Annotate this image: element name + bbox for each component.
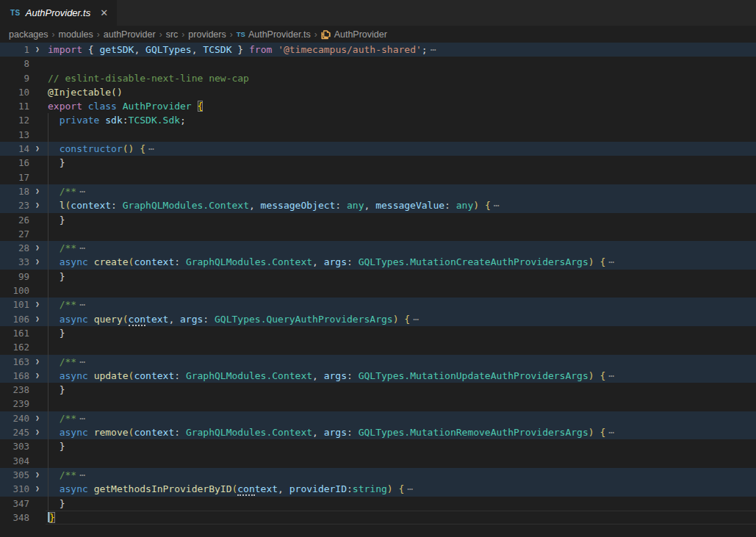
- fold-chevron-icon[interactable]: ❯: [29, 312, 46, 326]
- fold-chevron-icon[interactable]: ❯: [29, 43, 46, 57]
- code-content[interactable]: [46, 454, 756, 468]
- code-content[interactable]: }: [46, 270, 756, 284]
- code-line[interactable]: 13: [0, 128, 756, 142]
- code-content[interactable]: /**⋯: [46, 241, 756, 255]
- folded-code-ellipsis[interactable]: ⋯: [407, 483, 414, 494]
- code-content[interactable]: l(context: GraphQLModules.Context, messa…: [46, 198, 756, 212]
- code-line[interactable]: 17: [0, 170, 756, 184]
- code-content[interactable]: import { getSDK, GQLTypes, TCSDK } from …: [46, 43, 756, 57]
- code-line[interactable]: 1❯import { getSDK, GQLTypes, TCSDK } fro…: [0, 43, 756, 57]
- code-content[interactable]: /**⋯: [46, 298, 756, 311]
- code-content[interactable]: }: [46, 213, 756, 227]
- folded-code-ellipsis[interactable]: ⋯: [413, 314, 420, 325]
- folded-code-ellipsis[interactable]: ⋯: [494, 200, 501, 211]
- code-content[interactable]: @Injectable(): [46, 85, 756, 99]
- fold-chevron-icon[interactable]: ❯: [29, 369, 46, 383]
- code-content[interactable]: async remove(context: GraphQLModules.Con…: [46, 425, 756, 439]
- code-content[interactable]: async create(context: GraphQLModules.Con…: [46, 255, 756, 269]
- code-line[interactable]: 304: [0, 454, 756, 468]
- code-content[interactable]: [46, 57, 756, 71]
- fold-chevron-icon[interactable]: ❯: [29, 184, 46, 198]
- code-line[interactable]: 9// eslint-disable-next-line new-cap: [0, 71, 756, 85]
- code-content[interactable]: export class AuthProvider {: [46, 99, 756, 113]
- code-content[interactable]: }: [46, 497, 756, 511]
- code-content[interactable]: }: [46, 383, 756, 397]
- code-content[interactable]: // eslint-disable-next-line new-cap: [46, 71, 756, 85]
- code-line[interactable]: 239: [0, 397, 756, 411]
- code-content[interactable]: private sdk:TCSDK.Sdk;: [46, 113, 756, 127]
- code-line[interactable]: 245❯ async remove(context: GraphQLModule…: [0, 425, 756, 439]
- code-line[interactable]: 106❯ async query(context, args: GQLTypes…: [0, 312, 756, 326]
- folded-code-ellipsis[interactable]: ⋯: [608, 427, 616, 438]
- code-line[interactable]: 310❯ async getMethodsInProviderByID(cont…: [0, 482, 756, 496]
- folded-code-ellipsis[interactable]: ⋯: [608, 370, 616, 381]
- breadcrumb-item-authprovider[interactable]: authProvider: [104, 29, 156, 40]
- code-content[interactable]: [46, 170, 756, 184]
- code-line[interactable]: 162: [0, 340, 756, 354]
- close-icon[interactable]: ✕: [100, 7, 108, 18]
- folded-code-ellipsis[interactable]: ⋯: [608, 256, 616, 267]
- code-line[interactable]: 348}: [0, 511, 756, 525]
- code-content[interactable]: }: [46, 326, 756, 340]
- fold-chevron-icon[interactable]: ❯: [29, 411, 46, 425]
- fold-chevron-icon[interactable]: ❯: [29, 298, 46, 311]
- breadcrumb-item-src[interactable]: src: [166, 29, 179, 40]
- fold-chevron-icon[interactable]: ❯: [29, 468, 46, 482]
- code-content[interactable]: constructor() {⋯: [46, 142, 756, 156]
- code-line[interactable]: 14❯ constructor() {⋯: [0, 142, 756, 156]
- breadcrumb-item-providers[interactable]: providers: [188, 29, 226, 40]
- fold-chevron-icon[interactable]: ❯: [29, 198, 46, 212]
- breadcrumb-item-authprovider[interactable]: AuthProvider: [321, 29, 387, 40]
- breadcrumb-item-authprovider-ts[interactable]: TSAuthProvider.ts: [237, 29, 311, 40]
- breadcrumb-item-modules[interactable]: modules: [59, 29, 93, 40]
- fold-chevron-icon[interactable]: ❯: [29, 142, 46, 156]
- fold-chevron-icon[interactable]: ❯: [29, 482, 46, 496]
- code-content[interactable]: }: [46, 156, 756, 170]
- folded-code-ellipsis[interactable]: ⋯: [79, 413, 87, 424]
- code-content[interactable]: /**⋯: [46, 355, 756, 369]
- code-line[interactable]: 100: [0, 284, 756, 298]
- code-content[interactable]: }: [46, 439, 756, 453]
- folded-code-ellipsis[interactable]: ⋯: [79, 186, 87, 197]
- code-content[interactable]: [46, 340, 756, 354]
- code-content[interactable]: async query(context, args: GQLTypes.Quer…: [46, 312, 756, 326]
- code-line[interactable]: 18❯ /**⋯: [0, 184, 756, 198]
- folded-code-ellipsis[interactable]: ⋯: [79, 299, 87, 310]
- code-line[interactable]: 238 }: [0, 383, 756, 397]
- code-line[interactable]: 163❯ /**⋯: [0, 355, 756, 369]
- fold-chevron-icon[interactable]: ❯: [29, 425, 46, 439]
- folded-code-ellipsis[interactable]: ⋯: [431, 44, 438, 55]
- code-line[interactable]: 168❯ async update(context: GraphQLModule…: [0, 369, 756, 383]
- code-line[interactable]: 26 }: [0, 213, 756, 227]
- code-content[interactable]: /**⋯: [46, 184, 756, 198]
- folded-code-ellipsis[interactable]: ⋯: [79, 356, 87, 367]
- code-line[interactable]: 11export class AuthProvider {: [0, 99, 756, 113]
- code-content[interactable]: /**⋯: [46, 411, 756, 425]
- code-editor[interactable]: 1❯import { getSDK, GQLTypes, TCSDK } fro…: [0, 43, 756, 525]
- code-line[interactable]: 27: [0, 227, 756, 241]
- code-content[interactable]: async update(context: GraphQLModules.Con…: [46, 369, 756, 383]
- code-line[interactable]: 8: [0, 57, 756, 71]
- code-line[interactable]: 23❯ l(context: GraphQLModules.Context, m…: [0, 198, 756, 212]
- code-line[interactable]: 240❯ /**⋯: [0, 411, 756, 425]
- code-content[interactable]: [46, 128, 756, 142]
- code-content[interactable]: /**⋯: [46, 468, 756, 482]
- code-line[interactable]: 33❯ async create(context: GraphQLModules…: [0, 255, 756, 269]
- code-line[interactable]: 161 }: [0, 326, 756, 340]
- fold-chevron-icon[interactable]: ❯: [29, 355, 46, 369]
- folded-code-ellipsis[interactable]: ⋯: [148, 143, 156, 154]
- code-line[interactable]: 99 }: [0, 270, 756, 284]
- code-line[interactable]: 101❯ /**⋯: [0, 298, 756, 311]
- code-line[interactable]: 347 }: [0, 497, 756, 511]
- folded-code-ellipsis[interactable]: ⋯: [79, 242, 87, 253]
- code-line[interactable]: 12 private sdk:TCSDK.Sdk;: [0, 113, 756, 127]
- code-line[interactable]: 303 }: [0, 439, 756, 453]
- fold-chevron-icon[interactable]: ❯: [29, 241, 46, 255]
- code-content[interactable]: }: [46, 511, 756, 525]
- code-content[interactable]: [46, 397, 756, 411]
- code-line[interactable]: 10@Injectable(): [0, 85, 756, 99]
- tab-authprovider[interactable]: TS AuthProvider.ts ✕: [0, 0, 117, 26]
- code-content[interactable]: [46, 284, 756, 298]
- code-line[interactable]: 16 }: [0, 156, 756, 170]
- code-line[interactable]: 28❯ /**⋯: [0, 241, 756, 255]
